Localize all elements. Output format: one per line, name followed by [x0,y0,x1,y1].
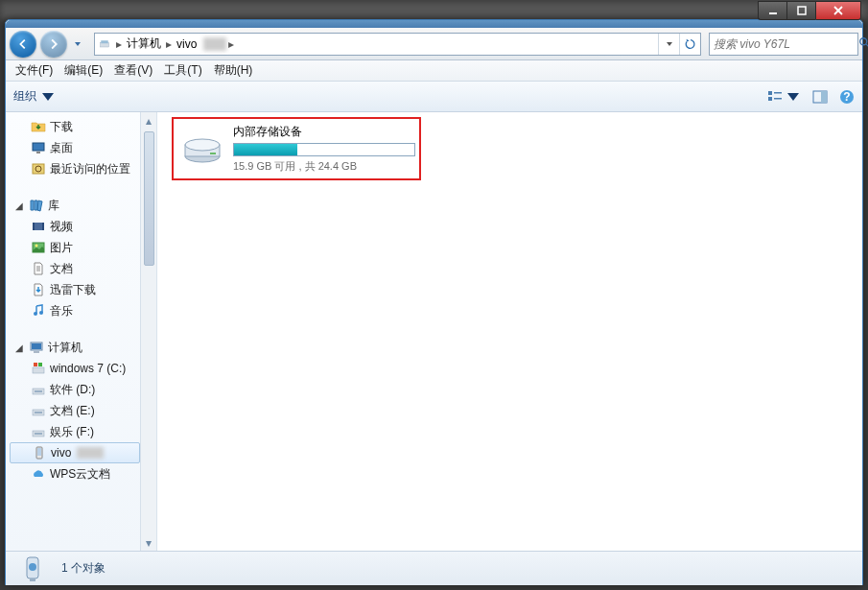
view-options-button[interactable] [767,89,801,105]
sidebar-item-videos[interactable]: 视频 [10,216,140,237]
svg-rect-25 [32,343,41,349]
breadcrumb-redacted [203,37,226,51]
menu-tools[interactable]: 工具(T) [158,60,207,81]
pictures-icon [31,240,46,255]
sidebar-item-libraries[interactable]: ◢ 库 [10,195,140,216]
menu-view[interactable]: 查看(V) [108,60,158,81]
address-bar[interactable]: ▸ 计算机 ▸ vivo ▸ [94,33,701,56]
refresh-button[interactable] [679,34,700,55]
device-icon [32,445,47,460]
maximize-button[interactable] [786,1,815,20]
address-dropdown-button[interactable] [658,34,679,55]
command-bar: 组织 ? [6,82,862,112]
scroll-up-button[interactable]: ▴ [141,112,156,129]
breadcrumb-device[interactable]: vivo [174,37,199,51]
search-box[interactable] [709,33,858,56]
svg-rect-0 [769,12,777,14]
svg-rect-10 [821,91,827,103]
details-pane: 1 个对象 [6,551,862,585]
desktop-icon [31,140,46,155]
music-icon [31,303,46,319]
drive-icon [31,361,46,376]
help-button[interactable]: ? [839,89,855,105]
sidebar-item-vivo[interactable]: vivo [10,442,140,463]
storage-bar [233,143,415,156]
menu-help[interactable]: 帮助(H) [208,60,259,81]
svg-rect-31 [35,390,42,392]
navigation-bar: ▸ 计算机 ▸ vivo ▸ [6,28,862,60]
svg-text:?: ? [843,90,850,104]
view-icon [767,89,783,105]
svg-rect-44 [30,578,35,581]
sidebar-item-pictures[interactable]: 图片 [10,237,140,258]
back-button[interactable] [10,31,36,58]
breadcrumb-separator: ▸ [114,37,124,51]
breadcrumb-computer[interactable]: 计算机 [124,35,164,52]
drive-icon [31,403,46,418]
sidebar-item-wps[interactable]: WPS云文档 [10,463,140,484]
storage-bar-fill [234,144,297,155]
svg-point-23 [39,311,43,315]
close-button[interactable] [815,1,861,20]
drive-large-icon [181,128,223,170]
chevron-down-icon [40,89,56,105]
svg-point-4 [860,37,867,44]
sidebar-item-drive-e[interactable]: 文档 (E:) [10,400,140,421]
svg-rect-41 [210,153,216,154]
svg-point-22 [34,312,37,316]
sidebar-item-downloads[interactable]: 下载 [10,116,140,137]
sidebar-item-desktop[interactable]: 桌面 [10,137,140,158]
scroll-thumb[interactable] [144,131,154,266]
svg-rect-6 [768,97,772,101]
menu-bar: 文件(F) 编辑(E) 查看(V) 工具(T) 帮助(H) [6,60,862,82]
forward-button[interactable] [40,31,67,58]
sidebar-item-drive-f[interactable]: 娱乐 (F:) [10,421,140,442]
svg-rect-29 [38,363,42,366]
content-area[interactable]: 内部存储设备 15.9 GB 可用 , 共 24.4 GB [157,112,862,551]
collapse-icon[interactable]: ◢ [13,342,25,353]
cloud-icon [31,466,46,482]
sidebar-item-music[interactable]: 音乐 [10,300,140,321]
sidebar-scrollbar[interactable]: ▴ ▾ [140,112,156,551]
menu-file[interactable]: 文件(F) [10,60,59,81]
svg-rect-28 [34,363,37,366]
search-icon[interactable] [858,36,868,52]
sidebar-item-recent[interactable]: 最近访问的位置 [10,158,140,179]
nav-history-dropdown[interactable] [71,32,84,57]
video-icon [31,219,46,234]
location-icon [95,36,114,52]
preview-pane-button[interactable] [812,89,828,105]
device-subtitle: 15.9 GB 可用 , 共 24.4 GB [233,159,415,174]
preview-pane-icon [812,89,828,105]
drive-icon [31,382,46,397]
help-icon: ? [839,89,855,105]
sidebar-item-computer[interactable]: ◢ 计算机 [10,337,140,358]
sidebar-item-xunlei[interactable]: 迅雷下载 [10,279,140,300]
sidebar-item-drive-d[interactable]: 软件 (D:) [10,379,140,400]
svg-rect-3 [101,40,108,43]
titlebar[interactable] [6,20,862,28]
xunlei-icon [31,282,46,297]
sidebar-item-documents[interactable]: 文档 [10,258,140,279]
svg-rect-7 [774,92,782,94]
storage-device-item[interactable]: 内部存储设备 15.9 GB 可用 , 共 24.4 GB [172,117,421,180]
redacted-text [77,447,104,459]
explorer-window: ▸ 计算机 ▸ vivo ▸ 文件(F) 编辑(E) 查看(V) 工具(T) 帮… [5,19,863,585]
downloads-icon [31,119,46,134]
minimize-button[interactable] [758,1,786,20]
collapse-icon[interactable]: ◢ [13,201,25,211]
search-input[interactable] [714,37,858,51]
drive-icon [31,424,46,439]
documents-icon [31,261,46,276]
svg-point-43 [29,563,36,571]
svg-rect-27 [33,367,44,373]
breadcrumb-separator: ▸ [164,37,174,51]
organize-button[interactable]: 组织 [13,88,56,105]
sidebar-item-drive-c[interactable]: windows 7 (C:) [10,358,140,379]
chevron-down-icon [786,89,801,105]
scroll-down-button[interactable]: ▾ [141,534,156,551]
menu-edit[interactable]: 编辑(E) [59,60,108,81]
navigation-pane: 下载 桌面 最近访问的位置 ◢ 库 视频 [6,112,157,551]
svg-rect-37 [37,448,41,456]
svg-rect-35 [35,433,42,435]
